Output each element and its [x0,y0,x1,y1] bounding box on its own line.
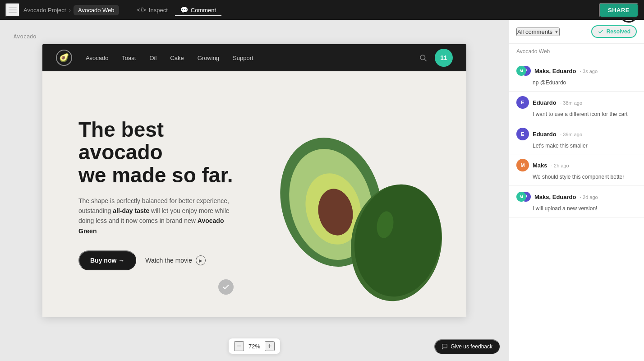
comment-author: Maks, Eduardo [534,194,576,200]
cursor-indicator [619,20,639,23]
hero-content: The best avocadowe made so far. The shap… [78,118,237,270]
canvas-area: Avocado 🥑 Avocado Toast Oil Cake Growing… [0,20,509,361]
zoom-controls: − 72% + [229,338,280,354]
nav-link-avocado[interactable]: Avocado [86,55,108,61]
comment-time: · 2h ago [551,163,569,168]
hero-image [259,85,448,301]
svg-point-0 [420,55,425,60]
dropdown-arrow-icon: ▼ [554,29,559,34]
feedback-button[interactable]: Give us feedback [434,339,500,354]
comment-author: Maks, Eduardo [534,68,576,74]
comment-time: · 39m ago [560,132,582,137]
breadcrumb-separator: › [69,6,71,14]
comment-body: We should style this component better [516,173,637,181]
nav-link-support[interactable]: Support [233,55,253,61]
resolved-button[interactable]: Resolved [591,25,637,38]
share-button[interactable]: SHARE [599,3,639,18]
hero-actions: Buy now → Watch the movie ▶ [78,250,237,270]
breadcrumb: Avocado Project › Avocado Web [23,5,119,15]
play-icon: ▶ [196,255,206,265]
comment-item[interactable]: M E Maks, Eduardo · 2d ago I will upload… [509,186,644,218]
nav-tabs: </> Inspect 💬 Comment [132,4,222,16]
resolved-label: Resolved [607,28,630,35]
site-hero: The best avocadowe made so far. The shap… [42,71,466,317]
buy-button[interactable]: Buy now → [78,250,136,270]
tab-comment-label: Comment [191,7,216,14]
inspect-icon: </> [137,6,146,14]
comment-icon: 💬 [180,6,188,14]
comment-time: · 38m ago [560,100,582,106]
cursor-ring [619,20,639,23]
breadcrumb-project[interactable]: Avocado Project [23,7,66,14]
site-navigation: 🥑 Avocado Toast Oil Cake Growing Support… [42,44,466,71]
zoom-out-button[interactable]: − [234,341,244,351]
comment-body: I will upload a new version! [516,205,637,213]
main-layout: Avocado 🥑 Avocado Toast Oil Cake Growing… [0,20,644,361]
site-cart-badge[interactable]: 11 [435,49,453,67]
comment-author: Maks [533,162,547,169]
comment-time: · 2d ago [580,194,598,200]
site-logo: 🥑 [56,50,72,66]
site-nav-links: Avocado Toast Oil Cake Growing Support [86,55,419,61]
canvas-frame: 🥑 Avocado Toast Oil Cake Growing Support… [42,44,466,317]
watch-label: Watch the movie [145,257,192,264]
site-search-icon[interactable] [419,53,428,62]
tab-inspect[interactable]: </> Inspect [132,4,173,16]
right-sidebar: All comments ▼ Resolved Avocado Web M E … [509,20,644,361]
filter-label: All comments [517,28,552,35]
comment-time: · 3s ago [580,69,598,74]
comment-item[interactable]: E Eduardo · 38m ago I want to use a diff… [509,92,644,123]
top-navigation: Avocado Project › Avocado Web </> Inspec… [0,0,644,20]
comment-body: np @Eduardo [516,79,637,87]
comment-item[interactable]: M Maks · 2h ago We should style this com… [509,154,644,186]
zoom-in-button[interactable]: + [265,341,275,351]
filter-comments-button[interactable]: All comments ▼ [516,28,560,36]
resolved-comment-marker[interactable] [218,279,234,295]
comments-list: M E Maks, Eduardo · 3s ago np @EduardoE … [509,56,644,361]
nav-link-toast[interactable]: Toast [122,55,136,61]
comment-body: Let's make this smaller [516,142,637,150]
comment-author: Eduardo [533,131,557,138]
comment-item[interactable]: M E Maks, Eduardo · 3s ago np @Eduardo [509,60,644,92]
svg-line-1 [424,59,426,61]
watch-button[interactable]: Watch the movie ▶ [145,255,206,265]
hero-title: The best avocadowe made so far. [78,118,237,187]
comment-body: I want to use a different icon for the c… [516,111,637,118]
hero-description: The shape is perfectly balanced for bett… [78,196,232,236]
nav-link-growing[interactable]: Growing [198,55,219,61]
panel-label: Avocado Web [509,44,644,56]
zoom-level: 72% [248,343,261,350]
nav-link-oil[interactable]: Oil [149,55,156,61]
breadcrumb-current[interactable]: Avocado Web [74,5,119,15]
nav-link-cake[interactable]: Cake [170,55,184,61]
feedback-label: Give us feedback [451,343,492,350]
canvas-label: Avocado [14,33,37,40]
tab-comment[interactable]: 💬 Comment [175,4,221,16]
comment-item[interactable]: E Eduardo · 39m ago Let's make this smal… [509,123,644,155]
comment-author: Eduardo [533,99,557,106]
tab-inspect-label: Inspect [149,7,168,14]
sidebar-header: All comments ▼ Resolved [509,20,644,44]
menu-button[interactable] [5,3,20,17]
